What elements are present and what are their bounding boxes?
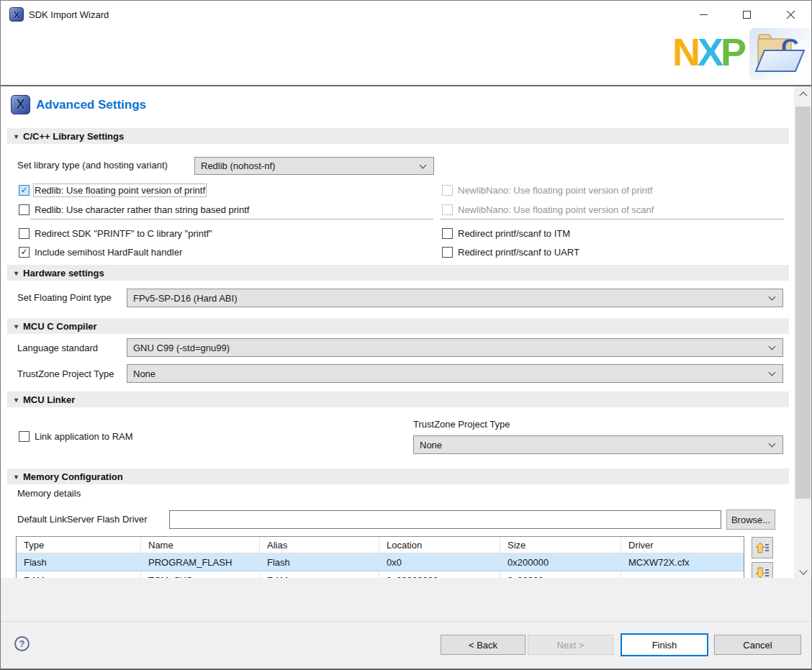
scrollbar-thumb[interactable] [795,107,811,499]
checkbox-box: ✓ [19,204,30,215]
checkbox-label: Include semihost HardFault handler [35,247,182,258]
column-header-driver[interactable]: Driver [621,537,744,553]
flash-driver-input[interactable] [169,510,721,529]
mcuxpresso-app-icon: X [9,7,24,22]
collapse-triangle-icon: ▾ [14,132,18,140]
browse-button-label: Browse... [731,515,770,525]
section-label: MCU Linker [23,394,75,405]
next-button: Next > [528,635,613,655]
section-mcu-c-compiler[interactable]: ▾ MCU C Compiler [7,318,789,334]
compiler-trustzone-select[interactable]: None [127,364,783,383]
check-icon: ✓ [20,248,27,256]
checkbox-newlibnano-printf: ✓ NewlibNano: Use floating point version… [442,184,652,196]
cell-name: PROGRAM_FLASH [141,553,260,571]
checkbox-link-application-to-ram[interactable]: ✓ Link application to RAM [19,430,133,443]
checkbox-box: ✓ [19,228,30,239]
flash-driver-label: Default LinkServer Flash Driver [17,514,148,525]
floating-point-select[interactable]: FPv5-SP-D16 (Hard ABI) [127,289,783,307]
section-hardware-settings[interactable]: ▾ Hardware settings [7,265,789,281]
separator [441,219,784,219]
help-icon: ? [19,638,25,649]
nxp-letter-n: N [672,32,698,71]
column-header-alias[interactable]: Alias [260,537,379,553]
back-button[interactable]: < Back [441,635,525,655]
checkbox-box: ✓ [19,431,30,442]
checkbox-box: ✓ [19,185,30,196]
button-bar: ? < Back Next > Finish Cancel [1,578,811,669]
checkbox-redlib-char-printf[interactable]: ✓ Redlib: Use character rather than stri… [19,204,249,216]
checkbox-semihost-hardfault[interactable]: ✓ Include semihost HardFault handler [19,246,182,258]
checkbox-label: Redirect printf/scanf to ITM [458,228,570,239]
compiler-trustzone-label: TrustZone Project Type [17,368,114,380]
checkbox-box: ✓ [19,247,30,258]
library-type-value: Redlib (nohost-nf) [195,160,420,171]
vertical-scrollbar[interactable] [794,86,811,580]
wizard-page-content: X Advanced Settings ▾ C/C++ Library Sett… [1,86,811,580]
page-title: Advanced Settings [36,98,146,112]
move-up-button[interactable] [752,537,773,558]
cell-location: 0x0 [379,553,500,571]
linker-trustzone-select[interactable]: None [413,435,783,454]
column-header-location[interactable]: Location [379,537,500,553]
compiler-trustzone-value: None [127,368,770,379]
checkbox-redirect-itm[interactable]: ✓ Redirect printf/scanf to ITM [442,227,570,240]
memory-table: Type Name Alias Location Size Driver Fla… [16,536,744,580]
checkbox-redirect-uart[interactable]: ✓ Redirect printf/scanf to UART [442,246,579,258]
column-header-name[interactable]: Name [141,537,260,553]
section-label: C/C++ Library Settings [23,131,124,142]
close-button[interactable] [774,1,807,27]
collapse-triangle-icon: ▾ [14,322,18,330]
cancel-button[interactable]: Cancel [714,635,801,655]
checkbox-redirect-sdk-printf[interactable]: ✓ Redirect SDK "PRINTF" to C library "pr… [19,227,212,240]
column-header-size[interactable]: Size [500,537,621,553]
collapse-triangle-icon: ▾ [14,396,18,404]
library-type-label: Set library type (and hosting variant) [17,160,168,171]
checkbox-label: Redirect printf/scanf to UART [458,247,579,258]
linker-trustzone-label: TrustZone Project Type [413,419,510,430]
collapse-triangle-icon: ▾ [14,269,18,277]
section-library-settings[interactable]: ▾ C/C++ Library Settings [7,128,789,144]
section-memory-configuration[interactable]: ▾ Memory Configuration [7,468,789,484]
scroll-up-button[interactable] [794,86,811,102]
checkbox-label: Redlib: Use character rather than string… [35,204,249,215]
nxp-letter-p: P [721,32,744,71]
cancel-button-label: Cancel [743,640,772,651]
checkbox-redlib-float-printf[interactable]: ✓ Redlib: Use floating point version of … [19,184,205,196]
back-button-label: < Back [469,640,497,651]
checkbox-box: ✓ [442,247,453,258]
close-icon [786,10,795,19]
library-type-select[interactable]: Redlib (nohost-nf) [194,157,434,175]
minimize-icon [700,14,708,15]
memory-table-header[interactable]: Type Name Alias Location Size Driver [17,537,744,553]
section-label: Memory Configuration [23,471,123,482]
checkbox-label: NewlibNano: Use floating point version o… [458,185,652,196]
finish-button-label: Finish [652,640,677,651]
c-project-folder-icon: C [754,31,807,76]
table-row-flash[interactable]: Flash PROGRAM_FLASH Flash 0x0 0x200000 M… [17,553,744,571]
cell-driver: MCXW72X.cfx [621,553,744,571]
checkbox-box: ✓ [442,228,453,239]
maximize-button[interactable] [730,1,763,27]
advanced-settings-icon: X [11,95,30,114]
finish-button[interactable]: Finish [621,633,708,656]
section-mcu-linker[interactable]: ▾ MCU Linker [7,391,789,407]
checkbox-label: Redlib: Use floating point version of pr… [35,185,205,196]
browse-button[interactable]: Browse... [726,510,775,530]
check-icon: ✓ [20,186,27,194]
chevron-down-icon [769,294,776,301]
nxp-logo: NXP [672,32,744,71]
column-header-type[interactable]: Type [17,537,141,553]
chevron-down-icon [769,343,776,350]
linker-trustzone-value: None [414,440,770,451]
section-label: Hardware settings [23,268,104,279]
title-bar[interactable]: X SDK Import Wizard [1,1,811,30]
help-button[interactable]: ? [14,636,30,651]
floating-point-value: FPv5-SP-D16 (Hard ABI) [127,293,770,304]
minimize-button[interactable] [687,1,720,27]
chevron-down-icon [799,566,807,574]
sdk-import-wizard-window: X SDK Import Wizard NXP C X Advanced Set… [0,0,812,670]
chevron-down-icon [769,440,776,448]
language-standard-select[interactable]: GNU C99 (-std=gnu99) [127,338,783,357]
memory-details-label: Memory details [17,488,81,499]
checkbox-label: NewlibNano: Use floating point version o… [458,204,654,215]
